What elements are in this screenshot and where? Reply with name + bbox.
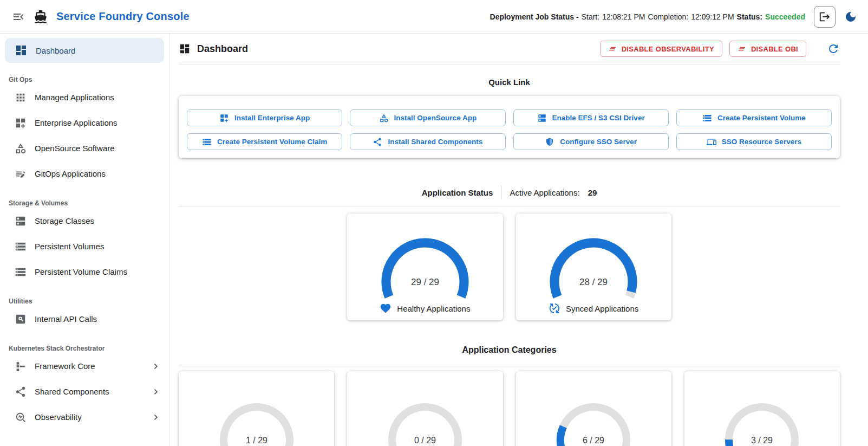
app-title: Service Foundry Console [56,10,190,23]
clear-all-icon [738,44,746,53]
sidebar-item-opensource-software[interactable]: OpenSource Software [0,135,169,161]
application-status-title: Application Status [422,188,493,197]
node-tree-icon [15,360,27,372]
boat-logo-icon [34,10,48,24]
dns-icon [537,113,547,123]
moon-icon [844,10,857,23]
disable-obi-label: DISABLE OBI [751,45,798,53]
storage-icon [702,113,712,123]
quick-link-label: Install Enterprise App [234,114,310,122]
quick-link-install-shared-components[interactable]: Install Shared Components [350,133,505,150]
gauge-label-text: Healthy Applications [397,304,470,313]
status-card-synced-applications: 28 / 29Synced Applications [516,214,671,320]
category-gauge: 0 / 29 [347,379,502,446]
quick-link-create-persistent-volume-claim[interactable]: Create Persistent Volume Claim [187,133,342,150]
search-box-icon [15,313,27,325]
quick-link-enable-efs-s3-csi-driver[interactable]: Enable EFS / S3 CSI Driver [513,109,669,126]
deployment-status-value: Succeeded [765,12,805,21]
page-title-icon [179,43,191,55]
sidebar-item-persistent-volumes[interactable]: Persistent Volumes [0,234,169,259]
category-icon [15,143,27,154]
sidebar-item-persistent-volume-claims[interactable]: Persistent Volume Claims [0,259,169,285]
sidebar-item-observability[interactable]: Observability [0,404,169,430]
category-gauge: 1 / 29 [179,379,334,446]
refresh-button[interactable] [827,42,840,55]
apps-icon [15,92,27,104]
sidebar-item-managed-applications[interactable]: Managed Applications [0,85,169,110]
sync-check-icon [549,302,560,314]
quick-link-panel: Install Enterprise AppInstall OpenSource… [179,96,840,158]
heart-icon [380,302,391,314]
deployment-status-label: Status: [737,12,762,21]
sidebar-item-label: GitOps Applications [35,169,106,178]
sidebar-item-gitops-applications[interactable]: GitOps Applications [0,161,169,186]
share-icon [15,386,27,398]
deployment-start-label: Start: [582,12,599,21]
page-title: Dashboard [197,43,248,55]
status-card-healthy-applications: 29 / 29Healthy Applications [347,214,502,320]
sidebar-item-label: Dashboard [36,46,75,55]
shield-icon [545,137,554,147]
category-icon [379,113,389,123]
sidebar-item-label: Shared Components [35,387,109,396]
category-gauge: 3 / 29 [684,379,840,446]
sidebar-item-storage-classes[interactable]: Storage Classes [0,208,169,234]
dashboard-customize-icon [15,117,27,129]
disable-observability-label: DISABLE OBSERVABILITY [622,45,714,53]
storage-icon [15,266,27,278]
gauge-label: Synced Applications [516,302,671,314]
menu-toggle-button[interactable] [12,10,25,23]
sidebar-item-internal-api-calls[interactable]: Internal API Calls [0,306,169,332]
disable-observability-button[interactable]: DISABLE OBSERVABILITY [600,41,722,57]
quick-link-label: Configure SSO Server [560,138,637,146]
sidebar-item-dashboard[interactable]: Dashboard [5,38,164,63]
deployment-job-status: Deployment Job Status - Start: 12:08:21 … [490,12,805,21]
disable-obi-button[interactable]: DISABLE OBI [729,41,806,57]
deployment-completion-label: Completion: [648,12,689,21]
quick-link-title: Quick Link [179,77,840,87]
quick-link-label: Create Persistent Volume Claim [217,138,327,146]
sidebar-item-label: Storage Classes [35,216,94,225]
sidebar-item-label: Persistent Volumes [35,242,104,251]
sidebar-item-label: Persistent Volume Claims [35,267,127,276]
clear-all-icon [608,44,617,53]
main-content: Dashboard DISABLE OBSERVABILITY DISABLE … [169,34,868,446]
quick-link-label: Enable EFS / S3 CSI Driver [552,114,645,122]
svg-text:28 / 29: 28 / 29 [579,277,608,287]
divider [179,64,840,64]
deployment-start-time: 12:08:21 PM [602,12,645,21]
share-icon [373,137,382,147]
category-card: 1 / 29 [179,371,334,446]
troubleshoot-icon [15,411,27,423]
quick-link-install-opensource-app[interactable]: Install OpenSource App [350,109,505,126]
sidebar-item-framework-core[interactable]: Framework Core [0,353,169,379]
vertical-divider [501,185,501,199]
page-header: Dashboard DISABLE OBSERVABILITY DISABLE … [179,34,840,64]
quick-link-configure-sso-server[interactable]: Configure SSO Server [513,133,669,150]
sidebar-item-shared-components[interactable]: Shared Components [0,379,169,404]
quick-link-install-enterprise-app[interactable]: Install Enterprise App [187,109,342,126]
quick-link-sso-resource-servers[interactable]: SSO Resource Servers [676,133,832,150]
quick-link-label: Create Persistent Volume [717,114,806,122]
app-header: Service Foundry Console Deployment Job S… [0,0,868,34]
sidebar-section-label: Utilities [0,298,169,305]
logout-icon [819,11,831,23]
application-categories-title: Application Categories [179,345,840,355]
deployment-status-prefix: Deployment Job Status - [490,12,579,21]
dashboard-customize-icon [219,113,229,123]
refresh-icon [827,42,840,55]
sidebar-item-enterprise-applications[interactable]: Enterprise Applications [0,110,169,135]
sidebar-section-label: Storage & Volumes [0,199,169,207]
chevron-right-icon [151,412,161,423]
active-applications-label: Active Applications: [510,188,579,197]
logout-button[interactable] [814,6,836,28]
application-status-header: Application Status Active Applications: … [179,185,840,199]
dark-mode-toggle-button[interactable] [844,10,857,23]
gauge-label: Healthy Applications [347,302,502,314]
dns-icon [15,215,27,227]
edit-note-icon [15,168,27,180]
storage-icon [15,241,27,253]
divider [179,365,840,365]
quick-link-label: SSO Resource Servers [722,138,801,146]
quick-link-create-persistent-volume[interactable]: Create Persistent Volume [676,109,832,126]
